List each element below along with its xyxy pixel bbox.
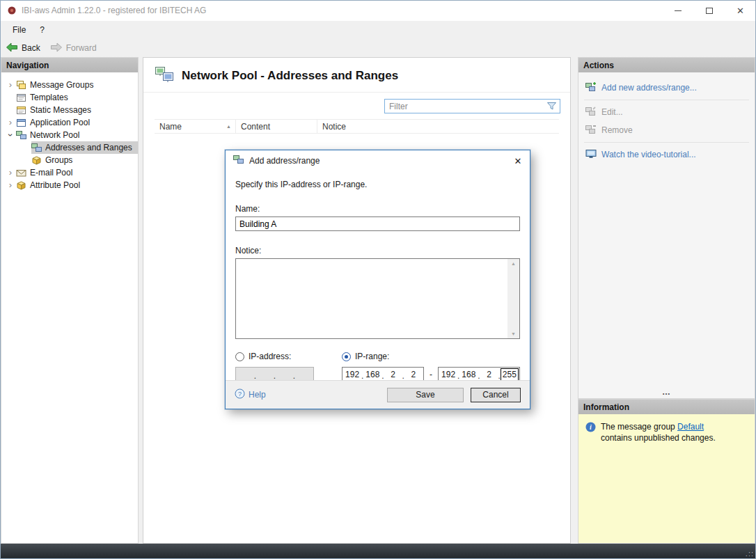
sidebar-item-addresses-and-ranges[interactable]: Addresses and Ranges <box>1 141 138 154</box>
column-label: Content <box>241 122 270 132</box>
close-icon: ✕ <box>737 6 744 16</box>
save-button[interactable]: Save <box>387 388 464 402</box>
maximize-button[interactable] <box>693 0 725 21</box>
dialog-body: Specify this IP-address or IP-range. Nam… <box>226 180 530 382</box>
ip-segment[interactable]: 192 <box>344 369 361 380</box>
action-edit[interactable]: Edit... <box>578 103 755 121</box>
dialog-title-bar: Add address/range ✕ <box>226 150 530 171</box>
actions-header: Actions <box>578 58 755 72</box>
sort-ascending-icon: ▲ <box>226 124 231 129</box>
dialog-close-button[interactable]: ✕ <box>506 150 530 171</box>
navigation-header: Navigation <box>1 58 138 72</box>
ip-segment[interactable]: 2 <box>405 369 422 380</box>
ip-segment[interactable]: 168 <box>364 369 381 380</box>
column-label: Notice <box>322 122 346 132</box>
action-label: Remove <box>601 125 633 135</box>
sidebar-item-templates[interactable]: Templates <box>1 91 138 104</box>
templates-icon <box>16 93 29 103</box>
menu-bar: File ? <box>0 21 756 39</box>
sidebar-item-label: Attribute Pool <box>29 180 80 190</box>
info-icon: i <box>585 422 596 434</box>
sidebar-item-message-groups[interactable]: › Message Groups <box>1 79 138 91</box>
close-icon: ✕ <box>514 156 522 166</box>
actions-body: Add new address/range... Edit... Remove … <box>578 72 755 164</box>
action-remove[interactable]: Remove <box>578 121 755 139</box>
toolbar: Back Forward <box>0 39 756 57</box>
filter-box <box>384 99 560 113</box>
add-address-range-dialog: Add address/range ✕ Specify this IP-addr… <box>225 150 530 409</box>
scroll-down-icon[interactable]: ▼ <box>511 331 516 336</box>
ip-dot: . <box>498 371 501 381</box>
name-input[interactable] <box>235 216 520 231</box>
forward-button[interactable]: Forward <box>50 42 97 55</box>
chevron-down-icon[interactable]: › <box>5 129 16 141</box>
chevron-right-icon[interactable]: › <box>5 167 16 178</box>
action-watch-video-tutorial[interactable]: Watch the video-tutorial... <box>578 145 755 164</box>
app-icon <box>6 5 17 16</box>
sidebar-item-attribute-pool[interactable]: › Attribute Pool <box>1 179 138 191</box>
ip-segment[interactable]: 168 <box>460 369 477 380</box>
minimize-button[interactable] <box>662 0 693 21</box>
menu-help[interactable]: ? <box>33 22 52 38</box>
forward-label: Forward <box>66 43 97 53</box>
menu-file[interactable]: File <box>6 22 33 38</box>
column-header-content[interactable]: Content <box>236 120 317 133</box>
sidebar-item-label: Message Groups <box>29 80 93 90</box>
ip-range-label: IP-range: <box>355 352 389 361</box>
resize-grip-icon[interactable]: .:: <box>746 550 754 558</box>
application-pool-icon <box>16 118 29 128</box>
table-header: Name ▲ Content Notice <box>155 119 559 134</box>
ip-address-radio[interactable] <box>235 352 244 361</box>
tv-icon <box>585 148 597 161</box>
info-text-after: contains unpublished changes. <box>601 433 716 443</box>
actions-overflow-icon[interactable]: … <box>578 387 755 397</box>
sidebar-item-application-pool[interactable]: › Application Pool <box>1 116 138 129</box>
dialog-description: Specify this IP-address or IP-range. <box>235 180 520 189</box>
chevron-right-icon[interactable]: › <box>5 117 16 128</box>
action-label: Edit... <box>601 107 623 117</box>
information-header: Information <box>578 400 755 414</box>
close-button[interactable]: ✕ <box>725 0 756 21</box>
page-title: Network Pool - Addresses and Ranges <box>182 69 398 83</box>
ip-range-radio[interactable] <box>342 352 351 361</box>
sidebar-item-groups[interactable]: Groups <box>1 154 138 166</box>
ip-segment[interactable]: 2 <box>481 369 498 380</box>
sidebar-item-label: Static Messages <box>29 105 91 115</box>
sidebar-item-static-messages[interactable]: Static Messages <box>1 104 138 116</box>
default-group-link[interactable]: Default <box>677 422 704 432</box>
ip-address-radio-group[interactable]: IP-address: <box>235 352 342 361</box>
static-messages-icon <box>16 105 29 116</box>
action-label: Add new address/range... <box>601 83 697 93</box>
column-header-name[interactable]: Name ▲ <box>155 120 236 133</box>
notice-label: Notice: <box>235 246 520 255</box>
ip-dot: . <box>273 371 276 381</box>
action-add-new-address-range[interactable]: Add new address/range... <box>578 79 755 97</box>
back-label: Back <box>22 43 40 53</box>
back-button[interactable]: Back <box>6 42 40 55</box>
ip-segment-focused[interactable]: 255 <box>501 369 518 380</box>
attribute-pool-icon <box>16 180 29 191</box>
remove-icon <box>585 124 597 136</box>
sidebar-item-email-pool[interactable]: › E-mail Pool <box>1 166 138 179</box>
ip-segment[interactable]: 192 <box>440 369 457 380</box>
email-pool-icon <box>16 168 29 178</box>
help-link[interactable]: ? Help <box>235 388 266 401</box>
edit-icon <box>585 106 597 118</box>
filter-input[interactable] <box>384 99 560 113</box>
ip-dot: . <box>402 371 405 381</box>
chevron-right-icon[interactable]: › <box>5 180 16 191</box>
ip-dot: . <box>478 371 481 381</box>
chevron-right-icon[interactable]: › <box>5 79 16 90</box>
notice-field: ▲ ▼ <box>235 258 520 339</box>
scroll-up-icon[interactable]: ▲ <box>511 261 516 266</box>
action-label: Watch the video-tutorial... <box>601 150 696 159</box>
notice-scrollbar[interactable]: ▲ ▼ <box>507 259 519 338</box>
sidebar-item-network-pool[interactable]: › Network Pool <box>1 129 138 141</box>
sidebar-item-label: Groups <box>45 155 72 165</box>
ip-segment[interactable]: 2 <box>385 369 402 380</box>
ip-dot: . <box>381 371 385 381</box>
ip-range-radio-group[interactable]: IP-range: <box>342 352 520 361</box>
column-header-notice[interactable]: Notice <box>317 120 559 133</box>
notice-input[interactable] <box>236 259 519 338</box>
cancel-button[interactable]: Cancel <box>471 388 521 402</box>
